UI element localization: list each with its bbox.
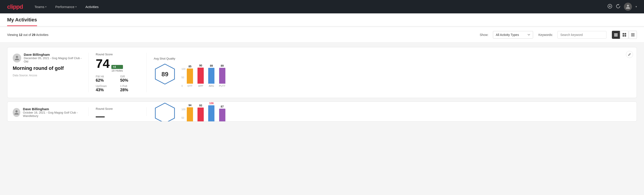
svg-rect-5 [614,36,618,36]
bar-arg: 106 ARG [208,102,214,122]
score-row: — [96,112,139,121]
edit-button[interactable] [626,51,633,58]
user-row: Dave Billingham October 16, 2021 - Gog M… [13,107,83,118]
user-info: Dave Billingham October 16, 2021 - Gog M… [23,107,83,118]
user-name: Dave Billingham [23,107,83,111]
card-left: Dave Billingham December 05, 2021 - Gog … [13,53,88,92]
svg-rect-13 [631,36,635,36]
svg-rect-8 [622,35,624,36]
nav-activities[interactable]: Activities [84,5,100,9]
updown-value: 43% [96,88,115,92]
bar-app: 93 APP [198,104,204,122]
user-row: Dave Billingham December 05, 2021 - Gog … [13,53,83,63]
refresh-icon[interactable] [616,4,620,10]
bar-app-value: 90 [199,64,202,67]
show-label: Show: [480,33,488,36]
user-name: Dave Billingham [24,53,83,56]
chevron-down-icon: ▾ [76,6,76,8]
activity-card: Dave Billingham December 05, 2021 - Gog … [7,47,637,98]
svg-rect-10 [631,33,635,34]
svg-rect-7 [624,33,626,34]
navbar: clippd Teams ▾ Performance ▾ Activities [0,0,644,14]
bar-arg-value: 89 [210,64,213,68]
activity-type-select[interactable]: All Activity Types [493,31,533,38]
updown-stat: Up/Down 43% [96,84,115,92]
y-axis-100: 100 [182,108,186,111]
add-icon[interactable] [608,4,612,10]
updown-label: Up/Down [96,84,115,88]
card-stats: Round Score — FW Hit 43% GIR 56% [88,107,146,116]
chevron-down-icon: ▾ [45,6,46,8]
bar-putt-label: PUTT [219,84,226,87]
activity-date: December 05, 2021 - Gog Magog Golf Club … [24,56,83,63]
view-list-button[interactable] [629,31,637,39]
nav-performance[interactable]: Performance ▾ [54,5,78,9]
bar-arg-label: ARG [209,84,214,87]
y-axis-50: 50 [182,116,186,119]
nav-icons: ▾ [608,3,637,11]
stat-grid: FW Hit 62% GIR 50% Up/Down 43% 1 Putt 28… [96,75,139,92]
card-left: Dave Billingham October 16, 2021 - Gog M… [13,107,88,116]
gir-stat: GIR 50% [120,75,140,83]
card-quality: Avg Shot Quality 89 100 50 [146,53,232,92]
card-quality: Avg Shot Quality 100 50 0 [146,107,232,116]
bar-app: 90 APP [198,64,204,87]
keywords-label: Keywords: [538,33,553,36]
svg-rect-9 [624,35,626,36]
svg-rect-12 [631,35,635,36]
activity-date: October 16, 2021 - Gog Magog Golf Club -… [23,111,83,118]
user-avatar-button[interactable] [624,3,632,11]
shot-quality-hex [154,102,176,122]
shot-quality-hex: 89 [154,63,176,88]
y-axis-50: 50 [182,76,186,79]
score-value: — [96,112,105,121]
user-info: Dave Billingham December 05, 2021 - Gog … [24,53,83,63]
filter-bar: Viewing 12 out of 29 Activities Show: Al… [0,27,644,42]
round-score-label: Round Score [96,107,139,110]
fw-hit-stat: FW Hit 62% [96,75,115,83]
one-putt-label: 1 Putt [120,84,140,88]
avatar [13,108,20,117]
svg-rect-4 [614,34,618,35]
score-value: 74 [96,57,110,70]
score-badge: +4 [111,65,123,69]
score-row: 74 +4 18 Holes [96,57,139,72]
gir-label: GIR [120,75,140,78]
one-putt-value: 28% [120,88,140,92]
bar-putt: 87 PUTT [219,105,226,122]
svg-text:89: 89 [161,71,168,78]
view-toggle [612,31,637,39]
page-header: My Activities [0,14,644,26]
card-stats: Round Score 74 +4 18 Holes FW Hit 62% GI… [88,53,146,92]
bar-ott: 85 OTT [187,65,193,87]
page-title: My Activities [7,17,37,26]
round-score-label: Round Score [96,53,139,56]
bar-ott-value: 85 [188,65,192,68]
nav-teams[interactable]: Teams ▾ [34,5,47,9]
bar-putt-value: 89 [221,64,224,68]
bar-ott-label: OTT [188,84,192,87]
activity-card: Dave Billingham October 16, 2021 - Gog M… [7,102,637,122]
y-axis-100: 100 [182,68,186,70]
search-input[interactable] [558,31,606,38]
bar-putt: 89 PUTT [219,64,226,87]
avg-shot-quality-label: Avg Shot Quality [154,57,176,60]
view-grid-button[interactable] [620,31,628,39]
svg-rect-3 [614,34,618,34]
svg-rect-11 [631,34,635,34]
avatar [13,54,21,62]
chevron-down-icon[interactable]: ▾ [636,5,637,8]
svg-rect-6 [622,33,624,34]
data-source: Data Source: Arccos [13,74,83,77]
one-putt-stat: 1 Putt 28% [120,84,140,92]
bar-ott: 94 OTT [187,104,193,122]
logo[interactable]: clippd [7,3,23,10]
gir-value: 50% [120,78,140,83]
bar-app-label: APP [198,84,203,87]
bar-arg: 89 ARG [208,64,214,87]
fw-hit-value: 62% [96,78,115,83]
fw-hit-label: FW Hit [96,75,115,78]
y-axis-0: 0 [182,84,186,87]
view-list-compact-button[interactable] [612,31,620,39]
activity-title: Morning round of golf [13,65,83,71]
